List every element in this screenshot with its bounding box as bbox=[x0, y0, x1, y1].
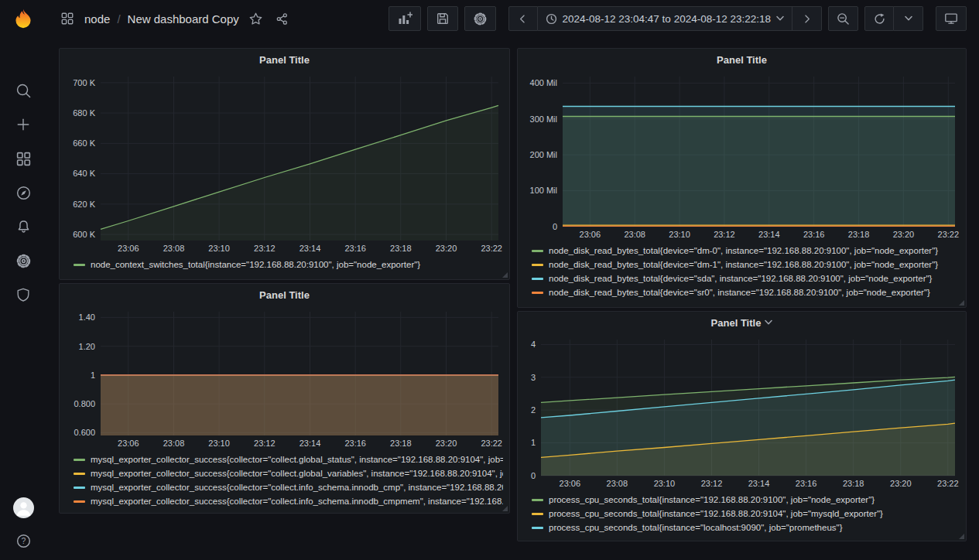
svg-text:23:10: 23:10 bbox=[669, 230, 690, 239]
sidebar-item-profile[interactable] bbox=[13, 497, 34, 518]
apps-icon bbox=[15, 151, 32, 167]
breadcrumb-folder[interactable]: node bbox=[84, 12, 110, 26]
legend-item[interactable]: node_disk_read_bytes_total{device="dm-0"… bbox=[532, 244, 958, 258]
svg-text:3: 3 bbox=[531, 373, 536, 382]
legend-series-label: process_cpu_seconds_total{instance="loca… bbox=[549, 523, 842, 532]
legend-item[interactable]: mysql_exporter_collector_success{collect… bbox=[74, 480, 503, 494]
add-panel-button[interactable] bbox=[389, 6, 421, 31]
tv-mode-button[interactable] bbox=[936, 6, 967, 31]
sidebar-item-alerting[interactable] bbox=[0, 210, 46, 244]
svg-text:1.20: 1.20 bbox=[79, 342, 95, 351]
share-dashboard-button[interactable] bbox=[272, 9, 292, 29]
refresh-icon bbox=[874, 13, 885, 25]
chevron-right-icon bbox=[802, 14, 812, 24]
legend-item[interactable]: node_disk_read_bytes_total{device="sr0",… bbox=[532, 285, 958, 299]
legend-item[interactable]: process_cpu_seconds_total{instance="loca… bbox=[532, 521, 958, 534]
gear-icon bbox=[15, 253, 32, 269]
legend-series-color bbox=[74, 487, 85, 489]
svg-text:23:14: 23:14 bbox=[758, 230, 780, 239]
sidebar-item-explore[interactable] bbox=[0, 176, 46, 210]
graph-area[interactable]: 600 K620 K640 K660 K680 K700 K23:0623:08… bbox=[64, 70, 505, 256]
sidebar bbox=[0, 73, 46, 312]
panel-title[interactable]: Panel Title bbox=[717, 54, 767, 66]
legend-item[interactable]: mysql_exporter_collector_success{collect… bbox=[74, 466, 503, 480]
sidebar-item-server-admin[interactable] bbox=[0, 278, 46, 312]
panel-header[interactable]: Panel Title bbox=[518, 312, 966, 333]
save-dashboard-button[interactable] bbox=[427, 6, 458, 31]
time-shift-back-button[interactable] bbox=[508, 6, 538, 31]
sidebar-bottom: ? bbox=[0, 497, 46, 552]
legend-item[interactable]: mysql_exporter_collector_success{collect… bbox=[74, 452, 503, 466]
refresh-interval-dropdown[interactable] bbox=[894, 6, 923, 31]
legend-item[interactable]: node_disk_read_bytes_total{device="sda",… bbox=[532, 271, 958, 285]
legend-series-label: mysql_exporter_collector_success{collect… bbox=[91, 469, 503, 478]
svg-text:400 Mil: 400 Mil bbox=[530, 78, 557, 87]
panel-header[interactable]: Panel Title bbox=[60, 49, 509, 70]
panel-header[interactable]: Panel Title bbox=[518, 49, 966, 70]
time-range-text: 2024-08-12 23:04:47 to 2024-08-12 23:22:… bbox=[563, 13, 771, 25]
legend-item[interactable]: process_cpu_seconds_total{instance="192.… bbox=[532, 507, 958, 521]
star-dashboard-button[interactable] bbox=[246, 9, 265, 29]
legend-series-label: mysql_exporter_collector_success{collect… bbox=[91, 497, 503, 506]
svg-text:200 Mil: 200 Mil bbox=[530, 150, 557, 159]
panel-resize-handle[interactable] bbox=[959, 534, 964, 539]
panel-disk-read-bytes: Panel Title 0100 Mil200 Mil300 Mil400 Mi… bbox=[517, 48, 967, 308]
svg-text:1: 1 bbox=[91, 370, 95, 380]
panel-title[interactable]: Panel Title bbox=[259, 289, 310, 301]
svg-text:23:06: 23:06 bbox=[118, 244, 139, 253]
panel-context-switches: Panel Title 600 K620 K640 K660 K680 K700… bbox=[59, 48, 510, 280]
compass-icon bbox=[15, 185, 32, 201]
graph-area[interactable]: 0100 Mil200 Mil300 Mil400 Mil23:0623:082… bbox=[522, 70, 961, 242]
dashboard-settings-button[interactable] bbox=[464, 6, 496, 31]
legend-series-label: mysql_exporter_collector_success{collect… bbox=[91, 483, 503, 492]
panel-header[interactable]: Panel Title bbox=[60, 284, 509, 306]
time-range-picker[interactable]: 2024-08-12 23:04:47 to 2024-08-12 23:22:… bbox=[538, 6, 792, 31]
svg-text:23:12: 23:12 bbox=[254, 244, 276, 253]
zoom-out-time-button[interactable] bbox=[828, 6, 858, 31]
sidebar-item-configuration[interactable] bbox=[0, 244, 46, 278]
svg-text:23:22: 23:22 bbox=[481, 439, 502, 448]
add-panel-icon bbox=[397, 11, 412, 26]
graph-legend[interactable]: mysql_exporter_collector_success{collect… bbox=[74, 452, 506, 508]
dashboards-breadcrumb-button[interactable] bbox=[57, 9, 77, 29]
sidebar-item-create[interactable] bbox=[0, 108, 46, 142]
sidebar-item-help[interactable]: ? bbox=[0, 529, 46, 552]
svg-text:23:08: 23:08 bbox=[163, 244, 185, 253]
svg-text:23:16: 23:16 bbox=[344, 439, 366, 448]
grafana-flame-icon bbox=[12, 8, 34, 29]
panel-title[interactable]: Panel Title bbox=[711, 317, 762, 329]
graph-legend: node_disk_read_bytes_total{device="dm-0"… bbox=[518, 242, 966, 307]
panel-title[interactable]: Panel Title bbox=[259, 54, 310, 66]
legend-item[interactable]: mysql_exporter_collector_success{collect… bbox=[74, 494, 503, 508]
svg-text:23:16: 23:16 bbox=[803, 230, 825, 239]
tv-mode-icon bbox=[944, 12, 958, 26]
svg-text:23:16: 23:16 bbox=[796, 479, 817, 488]
legend-series-color bbox=[74, 459, 85, 461]
panel-resize-handle[interactable] bbox=[502, 506, 508, 511]
panel-resize-handle[interactable] bbox=[502, 272, 508, 278]
legend-item[interactable]: process_cpu_seconds_total{instance="192.… bbox=[532, 493, 958, 507]
sidebar-item-dashboards[interactable] bbox=[0, 142, 46, 176]
graph-area[interactable]: 0.6000.80011.201.4023:0623:0823:1023:122… bbox=[64, 306, 505, 451]
legend-item[interactable]: node_disk_read_bytes_total{device="dm-1"… bbox=[532, 258, 958, 271]
breadcrumb-dashboard-title[interactable]: New dashboard Copy bbox=[128, 12, 239, 26]
sidebar-item-search[interactable] bbox=[0, 73, 46, 108]
search-icon bbox=[15, 83, 32, 99]
time-shift-forward-button[interactable] bbox=[792, 6, 822, 31]
star-icon bbox=[249, 12, 262, 26]
graph-area[interactable]: 0123423:0623:0823:1023:1223:1423:1623:18… bbox=[522, 333, 961, 491]
legend-item[interactable]: node_context_switches_total{instance="19… bbox=[74, 258, 501, 271]
grafana-logo[interactable] bbox=[0, 0, 46, 37]
panel-resize-handle[interactable] bbox=[959, 300, 964, 306]
svg-text:23:08: 23:08 bbox=[624, 230, 645, 239]
svg-text:23:18: 23:18 bbox=[848, 230, 870, 239]
svg-text:23:16: 23:16 bbox=[344, 244, 366, 253]
time-range-controls: 2024-08-12 23:04:47 to 2024-08-12 23:22:… bbox=[508, 6, 822, 31]
refresh-dashboard-button[interactable] bbox=[864, 6, 894, 31]
panel-menu-caret-icon[interactable] bbox=[765, 319, 772, 326]
panel-process-cpu: Panel Title 0123423:0623:0823:1023:1223:… bbox=[517, 311, 967, 541]
svg-text:23:10: 23:10 bbox=[208, 439, 230, 448]
legend-series-color bbox=[74, 264, 85, 266]
svg-text:0.800: 0.800 bbox=[74, 399, 95, 408]
svg-text:23:20: 23:20 bbox=[893, 230, 915, 239]
